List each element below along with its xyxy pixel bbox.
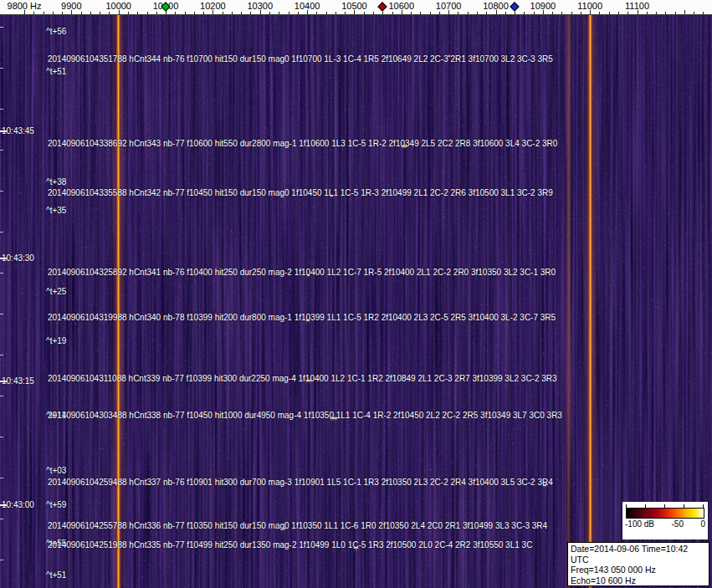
time-tick-major xyxy=(0,258,7,259)
time-tick-minor xyxy=(0,478,3,478)
freq-tick xyxy=(316,12,317,14)
freq-tick-label: 10600 xyxy=(389,1,415,11)
freq-tick xyxy=(430,12,431,14)
color-scale-bar xyxy=(626,508,704,519)
freq-tick-label: 10200 xyxy=(200,1,226,11)
freq-tick xyxy=(468,12,469,14)
event-log-line: 20140906104338692 hCnt343 nb-77 f10600 h… xyxy=(48,139,557,149)
freq-tick xyxy=(250,12,251,14)
freq-tick xyxy=(232,12,233,14)
spectrum-analyzer-window: 9800 Hz990010000101001020010300104001050… xyxy=(0,0,712,588)
freq-tick xyxy=(571,12,572,14)
freq-tick xyxy=(382,12,383,14)
time-offset-mark: ^t+03 xyxy=(46,466,66,476)
freq-tick-label: 11000 xyxy=(577,1,602,11)
freq-tick xyxy=(33,12,34,14)
db-scale-legend: -100 dB -50 0 xyxy=(622,502,708,539)
freq-tick xyxy=(618,12,619,14)
freq-tick xyxy=(561,12,562,14)
spectrogram-waterfall[interactable]: 10:43:4510:43:3010:43:1510:43:00^t+56^t+… xyxy=(0,15,712,588)
event-log-line: 20140906104351788 hCnt344 nb-76 f10700 h… xyxy=(48,54,553,64)
freq-tick xyxy=(675,12,676,14)
time-tick-major xyxy=(0,381,7,382)
freq-tick xyxy=(345,12,346,14)
time-tick-minor xyxy=(0,273,3,274)
time-tick-minor xyxy=(0,191,3,192)
info-echo-freq: Echo=10 600 Hz xyxy=(571,575,706,586)
freq-tick-label: 10000 xyxy=(105,1,131,11)
legend-label-max: 0 xyxy=(700,519,705,529)
freq-tick xyxy=(336,12,336,14)
freq-tick xyxy=(486,12,487,14)
carrier-line-10955hz xyxy=(566,15,571,588)
freq-tick xyxy=(392,12,393,14)
blue-diamond-marker[interactable] xyxy=(510,2,519,11)
freq-tick xyxy=(665,12,666,14)
time-tick-minor xyxy=(0,437,3,437)
frequency-ruler[interactable]: 9800 Hz990010000101001020010300104001050… xyxy=(0,0,712,15)
freq-tick xyxy=(194,12,195,14)
freq-tick-label: 10400 xyxy=(295,1,320,11)
freq-tick xyxy=(458,12,458,14)
time-offset-mark: ^t+51 xyxy=(46,67,66,77)
info-date-time: Date=2014-09-06 Time=10:42 UTC xyxy=(571,544,706,565)
time-tick-minor xyxy=(0,560,3,560)
event-log-line: 20140906104251988 hCnt335 nb-77 f10499 h… xyxy=(48,540,532,550)
info-frequency: Freq=143 050 000 Hz xyxy=(571,565,706,575)
freq-tick xyxy=(656,12,657,14)
freq-tick xyxy=(609,12,610,14)
time-tick-minor xyxy=(0,68,3,69)
carrier-line-10000hz xyxy=(115,15,121,588)
freq-tick xyxy=(534,12,535,14)
freq-tick xyxy=(684,10,685,14)
freq-tick-label: 10700 xyxy=(436,1,462,11)
carrier-line-11000hz xyxy=(587,15,593,588)
freq-tick xyxy=(647,12,648,14)
time-tick-minor xyxy=(0,314,3,314)
freq-tick xyxy=(298,12,299,14)
red-diamond-marker[interactable] xyxy=(378,2,387,11)
event-log-line: 20140906104311088 hCnt339 nb-77 f10399 h… xyxy=(48,374,557,384)
freq-tick xyxy=(185,12,186,14)
freq-tick xyxy=(241,12,242,14)
freq-tick xyxy=(627,12,628,14)
freq-tick xyxy=(156,12,157,14)
freq-tick xyxy=(703,12,704,14)
time-tick-minor xyxy=(0,232,3,233)
freq-tick-label: 10900 xyxy=(530,1,556,11)
event-log-line: 20140906104255788 hCnt336 nb-77 f10350 h… xyxy=(48,521,547,531)
event-log-line: 20140906104335588 hCnt342 nb-77 f10450 h… xyxy=(48,188,553,198)
time-tick-minor xyxy=(0,150,3,151)
freq-tick-label: 9900 xyxy=(61,1,81,11)
freq-tick xyxy=(552,12,553,14)
time-tick-major xyxy=(0,504,7,506)
legend-label-min: -100 dB xyxy=(625,519,654,529)
time-tick-minor xyxy=(0,27,3,28)
time-offset-mark: ^t+25 xyxy=(46,287,66,297)
event-log-line: 20140906104259488 hCnt337 nb-76 f10901 h… xyxy=(48,478,553,488)
freq-tick xyxy=(62,12,63,14)
freq-tick xyxy=(326,12,327,14)
time-tick-major xyxy=(0,130,7,132)
freq-tick-label: 10500 xyxy=(341,1,367,11)
time-offset-mark: ^t+38 xyxy=(46,177,66,187)
freq-tick xyxy=(137,12,138,14)
freq-tick xyxy=(420,12,421,14)
freq-tick xyxy=(279,12,279,14)
time-offset-mark: ^t+35 xyxy=(46,206,66,216)
freq-tick xyxy=(364,12,365,14)
freq-tick xyxy=(53,12,54,14)
freq-tick xyxy=(128,12,129,14)
freq-tick-label: 9800 Hz xyxy=(8,1,42,11)
freq-tick xyxy=(109,12,110,14)
freq-tick xyxy=(147,12,148,14)
freq-tick xyxy=(81,12,82,14)
freq-tick xyxy=(411,12,412,14)
freq-tick xyxy=(505,12,506,14)
freq-tick xyxy=(439,12,440,14)
time-offset-mark: ^t+56 xyxy=(46,27,66,37)
freq-tick xyxy=(599,12,600,14)
freq-tick xyxy=(477,12,478,14)
freq-tick xyxy=(289,12,289,14)
time-tick-minor xyxy=(0,396,3,396)
